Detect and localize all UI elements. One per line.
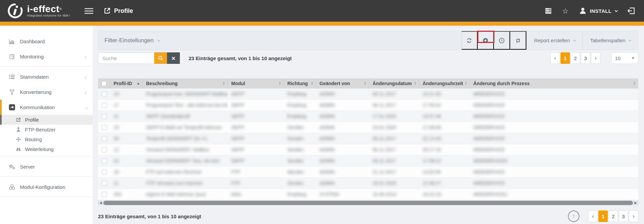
sidebar-subitem-weiterleitung[interactable]: Weiterleitung (0, 144, 93, 154)
row-checkbox[interactable] (102, 192, 107, 197)
prev-page-button[interactable]: ‹ (588, 210, 598, 222)
sidebar-subitem-profile[interactable]: Profile (0, 115, 93, 125)
filter-settings-dropdown[interactable]: Filter-Einstellungen (98, 31, 160, 50)
report-erstellen-dropdown[interactable]: Report erstellen (526, 31, 582, 50)
table-row[interactable]: 21SMTP StandardprofilSMTPEmpfangADMIN17.… (98, 111, 638, 122)
table-row[interactable]: 15SMTP E-Mails an Testprofil-AdresseSMTP… (98, 122, 638, 133)
logout-button[interactable] (627, 7, 635, 15)
table-row[interactable]: 18FTP auf externen RechnerFTPAbrufenADMI… (98, 167, 638, 178)
sidebar-item-modul-konfiguration[interactable]: Modul-Konfiguration (0, 179, 93, 195)
select-all-checkbox-cell[interactable] (98, 78, 110, 89)
row-checkbox[interactable] (102, 158, 107, 164)
refresh-button[interactable] (461, 31, 478, 50)
column-header-beschreibung[interactable]: Beschreibung ▲▼ (143, 78, 228, 89)
filter-settings-label: Filter-Einstellungen (104, 37, 154, 44)
sidebar-subitem-ftp-benutzer[interactable]: FTP-Benutzer (0, 125, 93, 134)
sort-icons: ▲▼ (364, 81, 366, 86)
table-cell: SMTP E-Mails an Testprofil-Adresse (143, 122, 228, 133)
row-checkbox[interactable] (102, 147, 107, 152)
horizontal-scrollbar[interactable]: ◀ ▶ (98, 201, 638, 205)
row-checkbox[interactable] (102, 136, 107, 141)
favorites-button[interactable]: ☆ (562, 7, 569, 15)
pagination-bottom: ‹ 1 2 3 › (588, 210, 638, 222)
next-page-button[interactable]: › (629, 210, 638, 222)
row-checkbox[interactable] (102, 170, 107, 175)
prev-page-button[interactable]: ‹ (550, 52, 560, 64)
row-checkbox-cell[interactable] (98, 111, 110, 122)
row-checkbox[interactable] (102, 125, 107, 130)
row-checkbox[interactable] (102, 92, 107, 97)
table-row[interactable]: 200eigene E-Mail-Adresse (aus)MAILEmpfan… (98, 189, 638, 200)
table-row[interactable]: 11FTP-Versand zum internenFTPSendenADMIN… (98, 178, 638, 189)
row-checkbox-cell[interactable] (98, 189, 110, 200)
page-button-2[interactable]: 2 (571, 52, 580, 64)
scroll-right-icon[interactable]: ▶ (633, 201, 638, 204)
table-row[interactable]: 12Versand GEÄNDERT, MailboxSMTPSendenADM… (98, 144, 638, 155)
column-header-profil-id[interactable]: Profil-ID ▲ (110, 78, 143, 89)
select-all-checkbox[interactable] (101, 81, 106, 86)
sidebar-item-dashboard[interactable]: Dashboard (0, 34, 93, 49)
table-cell: WEBSERVICE (470, 167, 638, 177)
table-cell: 10:21:55 (419, 89, 470, 99)
table-cell: 12:48:17 (419, 178, 470, 189)
column-header-aenderung-durch-prozess[interactable]: Änderung durch Prozess ▲▼ (470, 78, 638, 89)
scroll-left-icon[interactable]: ◀ (98, 201, 103, 204)
table-cell: 06.11.2017 (369, 155, 419, 166)
brand-logo[interactable]: i-effect® integrated solutions for IBM i (7, 2, 70, 19)
transfer-button[interactable] (510, 31, 526, 50)
menu-toggle-button[interactable] (85, 8, 93, 14)
table-row[interactable]: 23Programpost test, GEÄNDERT-MailboxSMTP… (98, 89, 638, 100)
row-checkbox[interactable] (102, 103, 107, 108)
sidebar-item-server[interactable]: Server (0, 159, 93, 174)
table-cell: 15 (110, 122, 143, 133)
sidebar-item-kommunikation[interactable]: Kommunikation (0, 100, 93, 115)
column-header-modul[interactable]: Modul ▲▼ (228, 78, 284, 89)
sidebar-item-konvertierung[interactable]: Konvertierung (0, 84, 93, 100)
table-cell: WEBSERVICE (470, 89, 638, 99)
row-checkbox-cell[interactable] (98, 133, 110, 144)
sidebar-divider (0, 66, 93, 67)
table-cell: Empfang (284, 189, 316, 200)
server-status-button[interactable] (545, 7, 552, 14)
column-header-richtung[interactable]: Richtung ▲▼ (284, 78, 316, 89)
chevron-left-icon (85, 89, 87, 95)
table-cell: Empfang (284, 111, 316, 122)
table-row[interactable]: 22Versand GEÄNDERT Test, mit AS2SMTPSend… (98, 155, 638, 167)
sidebar-item-monitoring[interactable]: Monitoring (0, 49, 93, 64)
search-input[interactable] (98, 52, 154, 64)
sidebar-item-stammdaten[interactable]: Stammdaten (0, 69, 93, 84)
row-checkbox[interactable] (102, 181, 107, 186)
next-page-button[interactable]: › (591, 52, 600, 64)
page-button-3[interactable]: 3 (619, 210, 628, 222)
search-button[interactable] (154, 52, 167, 64)
table-row[interactable]: 17Programpost Test - alte Adresse bei AS… (98, 100, 638, 111)
sidebar-subitem-routing[interactable]: Routing (0, 134, 93, 144)
page-size-select[interactable]: 10 ▼ (611, 52, 638, 64)
row-checkbox-cell[interactable] (98, 100, 110, 110)
scroll-to-top-button[interactable]: ↑ (568, 210, 579, 222)
column-header-geaendert-von[interactable]: Geändert von ▲▼ (316, 78, 369, 89)
row-checkbox-cell[interactable] (98, 155, 110, 166)
table-cell: Versand GEÄNDERT, Mailbox (143, 144, 228, 155)
row-checkbox-cell[interactable] (98, 122, 110, 133)
clear-search-button[interactable]: × (167, 52, 180, 64)
column-header-aenderungsuhrzeit[interactable]: Änderungsuhrzeit ▲▼ (419, 78, 470, 89)
tabellenspalten-dropdown[interactable]: Tabellenspalten (582, 31, 638, 50)
row-checkbox-cell[interactable] (98, 89, 110, 99)
row-checkbox[interactable] (102, 114, 107, 119)
page-size-value: 10 (615, 55, 621, 61)
page-button-2[interactable]: 2 (609, 210, 618, 222)
page-button-1[interactable]: 1 (560, 52, 570, 64)
history-button[interactable] (494, 31, 510, 50)
user-menu[interactable]: INSTALL (579, 7, 617, 15)
page-button-1[interactable]: 1 (598, 210, 608, 222)
table-row[interactable]: 20Testprofil GEÄNDERT (im V.)SMTPSendenA… (98, 133, 638, 144)
row-checkbox-cell[interactable] (98, 167, 110, 177)
scrollbar-thumb[interactable] (103, 201, 633, 205)
cubes-icon (8, 184, 16, 190)
row-checkbox-cell[interactable] (98, 144, 110, 155)
add-button[interactable] (478, 31, 494, 50)
row-checkbox-cell[interactable] (98, 178, 110, 189)
column-header-aenderungsdatum[interactable]: Änderungsdatum ▲▼ (369, 78, 419, 89)
page-button-3[interactable]: 3 (581, 52, 590, 64)
